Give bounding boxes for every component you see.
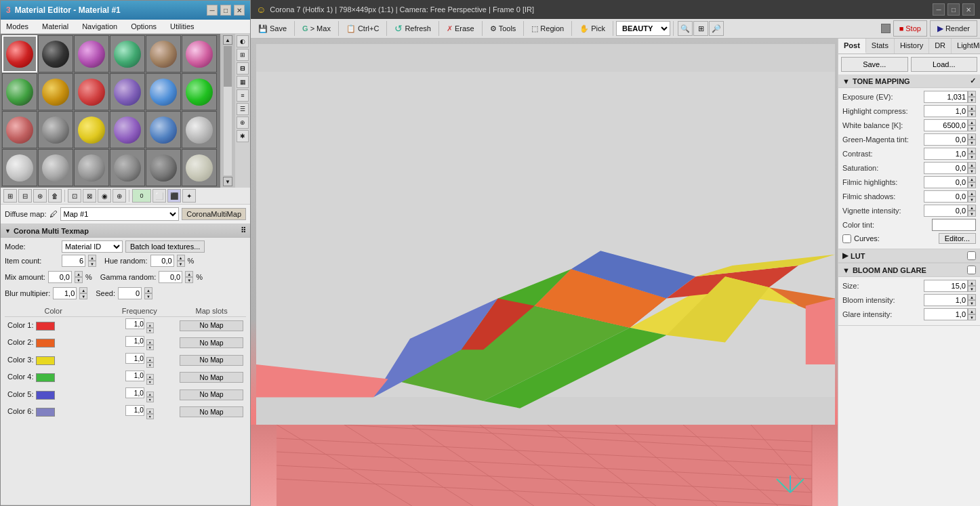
icon-grid[interactable]: ▦	[237, 76, 249, 88]
tool-copy-btn[interactable]: ⊞	[3, 189, 17, 203]
batch-load-btn[interactable]: Batch load textures...	[125, 240, 205, 253]
stop-button[interactable]: ■ Stop	[893, 20, 927, 37]
gamma-up[interactable]: ▲	[185, 271, 193, 277]
tm-input-2[interactable]	[924, 119, 968, 131]
menu-modes[interactable]: Modes	[3, 21, 31, 32]
scroll-up-btn[interactable]: ▲	[223, 35, 232, 45]
curves-editor-btn[interactable]: Editor...	[939, 233, 976, 244]
tool-extra-btn[interactable]: ✦	[182, 189, 196, 203]
freq-up-5[interactable]: ▲	[146, 392, 154, 397]
blur-down[interactable]: ▼	[79, 293, 87, 299]
zoom-out-btn[interactable]: 🔎	[709, 21, 724, 36]
scroll-down-btn[interactable]: ▼	[223, 177, 232, 186]
color-swatch-2[interactable]	[36, 339, 55, 347]
zoom-in-btn[interactable]: 🔍	[678, 21, 693, 36]
tool-preview-btn[interactable]: ◉	[98, 189, 111, 203]
freq-input-2[interactable]	[125, 336, 144, 347]
tool-show-map2-btn[interactable]: ⬛	[167, 189, 181, 203]
map-slot-2[interactable]: No Map	[177, 335, 246, 352]
gamma-down[interactable]: ▼	[185, 277, 193, 283]
freq-down-2[interactable]: ▼	[146, 345, 154, 350]
freq-down-5[interactable]: ▼	[146, 397, 154, 402]
material-thumb-18[interactable]	[182, 111, 217, 148]
item-count-down[interactable]: ▼	[88, 261, 96, 267]
tm-spin-down-4[interactable]: ▼	[968, 154, 976, 160]
refresh-button[interactable]: ↺ Refresh	[390, 20, 436, 37]
tm-spin-down-0[interactable]: ▼	[968, 97, 976, 103]
blur-input[interactable]	[53, 287, 77, 299]
hue-up[interactable]: ▲	[177, 255, 185, 261]
material-thumb-19[interactable]	[2, 149, 37, 186]
restore-button[interactable]: □	[220, 5, 231, 16]
tool-put-btn[interactable]: ⊠	[83, 189, 96, 203]
material-thumb-15[interactable]	[74, 111, 109, 148]
icon-bar[interactable]: ≡	[237, 89, 249, 102]
tool-paste-btn[interactable]: ⊟	[18, 189, 32, 203]
region-button[interactable]: ⬚ Region	[527, 20, 569, 37]
color-swatch-6[interactable]	[36, 408, 55, 417]
icon-extra[interactable]: ⊕	[237, 117, 249, 129]
lut-checkbox[interactable]	[967, 251, 976, 260]
color-swatch-3[interactable]	[36, 356, 55, 365]
eyedropper-icon[interactable]: 🖊	[49, 209, 58, 219]
zoom-fit-btn[interactable]: ⊞	[693, 21, 708, 36]
tm-input-3[interactable]	[924, 133, 968, 146]
rw-restore-btn[interactable]: □	[947, 3, 960, 16]
post-load-btn[interactable]: Load...	[911, 57, 978, 72]
tm-spin-up-7[interactable]: ▲	[968, 190, 976, 196]
no-map-btn-5[interactable]: No Map	[180, 389, 243, 400]
material-thumb-20[interactable]	[38, 149, 73, 186]
tm-spin-down-7[interactable]: ▼	[968, 196, 976, 203]
tm-spin-up-4[interactable]: ▲	[968, 148, 976, 154]
rw-close-btn[interactable]: ✕	[962, 3, 975, 16]
tool-unique-btn[interactable]: ⊛	[33, 189, 47, 203]
tm-spin-down-5[interactable]: ▼	[968, 168, 976, 174]
mix-up[interactable]: ▲	[75, 271, 83, 277]
tm-spin-up-8[interactable]: ▲	[968, 205, 976, 211]
menu-utilities[interactable]: Utilities	[167, 21, 197, 32]
tab-history[interactable]: History	[895, 39, 929, 54]
tm-input-1[interactable]	[924, 105, 968, 117]
tool-show-map-btn[interactable]: ⬜	[152, 189, 166, 203]
bg-input-1[interactable]	[924, 294, 968, 306]
hue-random-input[interactable]	[150, 255, 174, 267]
tone-mapping-header[interactable]: ▼ TONE MAPPING ✓	[838, 75, 980, 88]
no-map-btn-6[interactable]: No Map	[180, 406, 243, 417]
bg-input-2[interactable]	[924, 308, 968, 320]
lut-header[interactable]: ▶ LUT	[838, 249, 980, 263]
freq-input-4[interactable]	[125, 371, 144, 381]
tm-check[interactable]: ✓	[970, 77, 976, 85]
icon-options[interactable]: ⊞	[237, 49, 249, 61]
color-swatch-4[interactable]	[36, 373, 55, 382]
map-name[interactable]: CoronaMultiMap	[182, 208, 246, 220]
bg-spin-down-1[interactable]: ▼	[968, 300, 976, 306]
menu-navigation[interactable]: Navigation	[79, 21, 120, 32]
freq-input-6[interactable]	[125, 405, 144, 416]
tool-options-btn[interactable]: ⊕	[113, 189, 126, 203]
tm-spin-up-5[interactable]: ▲	[968, 162, 976, 168]
material-thumb-21[interactable]	[74, 149, 109, 186]
color-swatch-1[interactable]	[36, 322, 55, 331]
bg-spin-down-0[interactable]: ▼	[968, 286, 976, 292]
bloom-glare-header[interactable]: ▼ BLOOM AND GLARE	[838, 263, 980, 277]
bloom-checkbox[interactable]	[967, 266, 976, 274]
tm-input-5[interactable]	[924, 162, 968, 174]
tm-input-4[interactable]	[924, 148, 968, 160]
material-thumb-22[interactable]	[110, 149, 145, 186]
erase-button[interactable]: ✗ Erase	[442, 20, 479, 37]
tab-post[interactable]: Post	[838, 39, 866, 54]
material-thumb-23[interactable]	[146, 149, 181, 186]
curves-checkbox[interactable]	[842, 234, 851, 243]
tm-input-0[interactable]	[924, 91, 968, 103]
material-thumb-14[interactable]	[38, 111, 73, 148]
map-slot-6[interactable]: No Map	[177, 404, 246, 421]
map-dropdown[interactable]: Map #1	[60, 207, 180, 221]
post-save-btn[interactable]: Save...	[841, 57, 908, 72]
minimize-button[interactable]: ─	[207, 5, 218, 16]
map-slot-1[interactable]: No Map	[177, 317, 246, 335]
map-slot-5[interactable]: No Map	[177, 386, 246, 404]
color-tint-swatch[interactable]	[932, 219, 976, 231]
item-count-input[interactable]	[62, 255, 85, 267]
tool-get-btn[interactable]: ⊡	[68, 189, 81, 203]
mode-select[interactable]: Material ID	[62, 240, 123, 253]
